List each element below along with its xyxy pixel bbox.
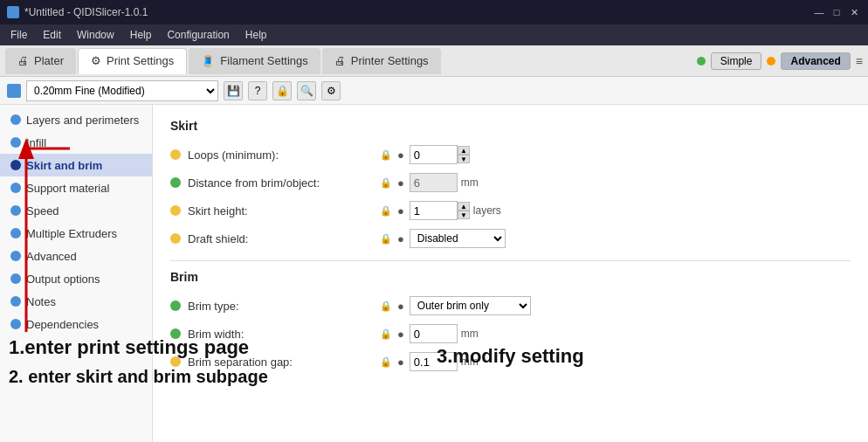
skirt-height-input[interactable] [410,201,458,220]
tab-printer-settings[interactable]: 🖨 Printer Settings [322,48,441,74]
close-button[interactable]: ✕ [847,5,861,19]
brim-separator [170,260,851,261]
tab-print-settings[interactable]: ⚙ Print Settings [78,48,187,74]
save-preset-button[interactable]: 💾 [224,81,243,100]
sidebar-item-speed[interactable]: Speed [0,199,152,222]
skirt-height-controls: 🔒 ● ▲ ▼ layers [380,201,501,220]
preset-select[interactable]: 0.20mm Fine (Modified) [26,80,218,101]
tab-print-settings-label: Print Settings [107,54,174,67]
notes-dot [10,296,21,307]
sidebar-label-support: Support material [26,182,109,195]
distance-input[interactable] [410,173,458,192]
print-settings-icon: ⚙ [91,54,101,67]
loops-input[interactable] [410,145,458,164]
speed-dot [10,205,21,216]
skirt-height-input-group: ▲ ▼ [410,201,470,220]
loops-input-group: ▲ ▼ [410,145,470,164]
tab-plater-label: Plater [34,54,64,67]
infill-dot [10,137,21,148]
skirt-dot [10,160,21,170]
app-icon [7,6,19,18]
menu-file[interactable]: File [3,27,34,43]
loops-spin-up[interactable]: ▲ [458,146,470,155]
brim-width-bullet: ● [397,328,404,341]
skirt-height-unit: layers [473,204,501,217]
brim-gap-unit: mm [461,356,479,368]
sidebar-item-advanced[interactable]: Advanced [0,245,152,267]
loops-spin-down[interactable]: ▼ [458,155,470,163]
sidebar-item-infill[interactable]: Infill [0,131,152,154]
brim-type-select[interactable]: Outer brim only Inner brim only Both inn… [410,296,531,315]
menu-help2[interactable]: Help [238,27,274,43]
sidebar-label-infill: Infill [26,136,46,149]
search-button[interactable]: 🔍 [297,81,316,100]
draft-shield-label: Draft shield: [188,232,380,245]
lock-preset-button[interactable]: 🔒 [272,81,292,100]
brim-gap-controls: 🔒 ● mm [380,352,479,371]
sidebar-item-layers[interactable]: Layers and perimeters [0,108,152,131]
preset-bar: 0.20mm Fine (Modified) 💾 ? 🔒 🔍 ⚙ [0,77,868,105]
printer-settings-icon: 🖨 [334,54,346,67]
brim-gap-lock-icon[interactable]: 🔒 [380,356,392,368]
sidebar-item-support[interactable]: Support material [0,176,152,199]
loops-lock-icon[interactable]: 🔒 [380,148,392,161]
tab-printer-settings-label: Printer Settings [351,54,429,67]
distance-bullet: ● [397,176,404,190]
brim-width-lock-icon[interactable]: 🔒 [380,328,392,340]
simple-button[interactable]: Simple [711,52,762,70]
extra-icon: ≡ [856,54,863,68]
menu-window[interactable]: Window [70,27,121,43]
brim-gap-input[interactable] [410,352,458,371]
brim-width-label: Brim width: [188,328,380,341]
sidebar-item-skirt[interactable]: Skirt and brim [0,154,152,176]
draft-shield-select[interactable]: Disabled Enabled [410,229,506,248]
distance-dot [170,177,181,188]
filament-settings-icon: 🧵 [201,54,215,67]
loops-controls: 🔒 ● ▲ ▼ [380,145,470,164]
draft-shield-lock-icon[interactable]: 🔒 [380,232,392,245]
sidebar-item-output[interactable]: Output options [0,267,152,290]
brim-section-header: Brim [170,270,851,284]
distance-lock-icon[interactable]: 🔒 [380,176,392,189]
sidebar: Layers and perimeters Infill Skirt and b… [0,105,153,442]
tab-plater[interactable]: 🖨 Plater [5,48,76,74]
brim-gap-dot [170,356,181,367]
settings-button[interactable]: ⚙ [321,81,341,100]
view-toggle: Simple Advanced ≡ [697,52,863,70]
brim-width-controls: 🔒 ● mm [380,324,479,343]
minimize-button[interactable]: — [812,5,826,19]
distance-controls: 🔒 ● mm [380,173,479,192]
brim-width-input[interactable] [410,324,458,343]
sidebar-item-dependencies[interactable]: Dependencies [0,313,152,335]
menu-bar: File Edit Window Help Configuration Help [0,24,868,45]
distance-unit: mm [461,176,479,189]
maximize-button[interactable]: □ [830,5,844,19]
loops-label: Loops (minimum): [188,148,380,162]
sidebar-label-output: Output options [26,273,100,286]
sidebar-item-notes[interactable]: Notes [0,290,152,313]
brim-type-controls: 🔒 ● Outer brim only Inner brim only Both… [380,296,531,315]
brim-type-row: Brim type: 🔒 ● Outer brim only Inner bri… [170,293,851,319]
skirt-height-spin-up[interactable]: ▲ [458,202,470,211]
loops-spinner: ▲ ▼ [458,146,470,163]
sidebar-label-notes: Notes [26,295,56,308]
support-dot [10,183,21,193]
menu-configuration[interactable]: Configuration [160,27,236,43]
draft-shield-controls: 🔒 ● Disabled Enabled [380,229,506,248]
sidebar-item-extruders[interactable]: Multiple Extruders [0,222,152,245]
sidebar-label-skirt: Skirt and brim [26,159,102,172]
brim-type-lock-icon[interactable]: 🔒 [380,300,392,312]
brim-type-bullet: ● [397,300,404,313]
help-preset-button[interactable]: ? [248,81,267,100]
brim-type-dot [170,300,181,311]
sidebar-label-layers: Layers and perimeters [26,114,139,127]
menu-edit[interactable]: Edit [36,27,68,43]
menu-help[interactable]: Help [123,27,159,43]
brim-type-label: Brim type: [188,300,380,313]
sidebar-label-speed: Speed [26,204,59,218]
skirt-height-spin-down[interactable]: ▼ [458,211,470,219]
skirt-height-lock-icon[interactable]: 🔒 [380,204,392,217]
title-bar: *Untitled - QIDISlicer-1.0.1 — □ ✕ [0,0,868,24]
advanced-button[interactable]: Advanced [781,52,850,70]
tab-filament-settings[interactable]: 🧵 Filament Settings [189,48,320,74]
